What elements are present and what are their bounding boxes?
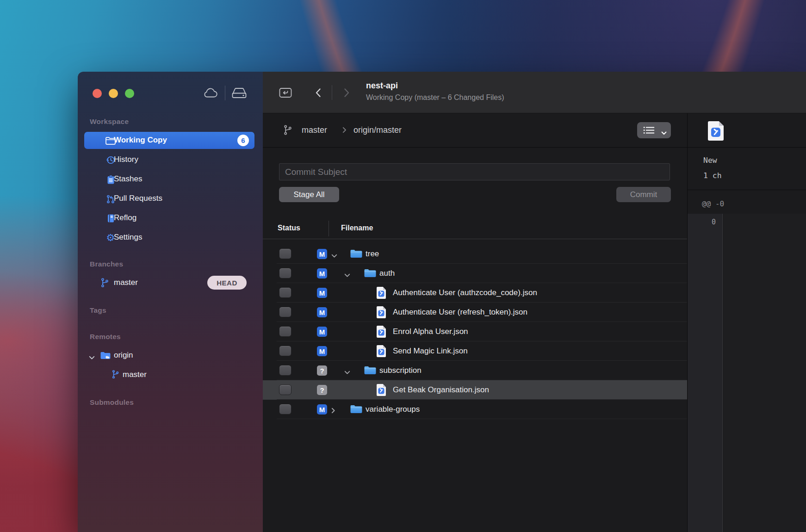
status-badge-modified: M bbox=[317, 404, 327, 414]
json-file-icon bbox=[708, 121, 724, 141]
folder-row[interactable]: Mauth bbox=[263, 264, 687, 283]
commit-button[interactable]: Commit bbox=[616, 187, 671, 202]
sidebar-item-pull-requests[interactable]: Pull Requests bbox=[84, 190, 254, 207]
title-bar: nest-api Working Copy (master – 6 Change… bbox=[263, 72, 806, 113]
diff-file-status: New bbox=[703, 156, 717, 165]
file-name: Authenticate User (authzcode_code).json bbox=[393, 283, 537, 303]
sidebar-item-settings[interactable]: ⚙Settings bbox=[84, 229, 254, 246]
expand-chevron-down-icon[interactable] bbox=[331, 252, 337, 260]
folder-name: subscription bbox=[379, 361, 422, 380]
head-badge: HEAD bbox=[207, 276, 247, 290]
folder-row[interactable]: Mvariable-groups bbox=[263, 400, 687, 419]
stage-checkbox[interactable] bbox=[279, 248, 291, 259]
sidebar-toggle-button[interactable] bbox=[279, 87, 292, 100]
file-row[interactable]: MSend Magic Link.json bbox=[263, 341, 687, 361]
branch-name: master bbox=[114, 278, 138, 287]
view-mode-button[interactable] bbox=[637, 122, 671, 138]
status-column-header[interactable]: Status bbox=[278, 224, 300, 232]
file-name: Enrol Alpha User.json bbox=[393, 322, 468, 341]
folder-row[interactable]: Mtree bbox=[263, 244, 687, 264]
folder-row[interactable]: ?subscription bbox=[263, 361, 687, 380]
json-file-icon bbox=[377, 345, 386, 357]
file-row[interactable]: MAuthenticate User (refresh_token).json bbox=[263, 303, 687, 322]
workspace-header: Workspace bbox=[90, 118, 129, 126]
remote-name: origin bbox=[114, 351, 133, 360]
minimize-button[interactable] bbox=[109, 89, 118, 98]
remotes-header: Remotes bbox=[90, 333, 121, 341]
section-divider bbox=[263, 147, 806, 148]
sidebar-item-working-copy[interactable]: Working Copy6 bbox=[84, 132, 254, 149]
folder-icon bbox=[364, 268, 377, 280]
sidebar: Workspace Working Copy6HistoryStashesPul… bbox=[78, 72, 263, 532]
commit-subject-input[interactable] bbox=[279, 163, 670, 180]
sidebar-item-history[interactable]: History bbox=[84, 151, 254, 168]
tags-header: Tags bbox=[90, 306, 106, 315]
status-badge-modified: M bbox=[317, 346, 327, 356]
status-badge-modified: M bbox=[317, 307, 327, 317]
forward-button[interactable] bbox=[344, 88, 350, 99]
zoom-button[interactable] bbox=[125, 89, 134, 98]
chevron-down-icon[interactable] bbox=[89, 353, 95, 362]
current-branch[interactable]: master bbox=[302, 125, 327, 135]
stage-checkbox[interactable] bbox=[279, 384, 291, 395]
sidebar-item-branch-master[interactable]: master HEAD bbox=[84, 274, 254, 291]
status-badge-modified: M bbox=[317, 249, 327, 259]
json-file-icon bbox=[377, 306, 386, 318]
stage-checkbox[interactable] bbox=[279, 268, 291, 278]
file-name: Send Magic Link.json bbox=[393, 341, 468, 361]
json-file-icon bbox=[377, 384, 386, 396]
changed-count-badge: 6 bbox=[237, 135, 249, 146]
stage-all-button[interactable]: Stage All bbox=[279, 187, 339, 202]
file-row[interactable]: MAuthenticate User (authzcode_code).json bbox=[263, 283, 687, 303]
expand-chevron-right-icon[interactable] bbox=[331, 407, 335, 415]
stage-checkbox[interactable] bbox=[279, 287, 291, 298]
diff-gutter: 0 bbox=[688, 214, 723, 532]
filename-column-header[interactable]: Filename bbox=[341, 224, 373, 232]
status-badge-untracked: ? bbox=[317, 385, 327, 395]
stage-checkbox[interactable] bbox=[279, 307, 291, 317]
file-name: Authenticate User (refresh_token).json bbox=[393, 303, 527, 322]
back-button[interactable] bbox=[315, 88, 321, 99]
folder-name: variable-groups bbox=[366, 400, 420, 419]
column-divider bbox=[329, 221, 329, 236]
close-button[interactable] bbox=[93, 89, 102, 98]
stage-checkbox[interactable] bbox=[279, 404, 291, 414]
folder-icon bbox=[350, 249, 363, 260]
sidebar-item-label: Pull Requests bbox=[114, 194, 162, 203]
diff-divider bbox=[688, 190, 806, 190]
remote-branch-name: master bbox=[123, 370, 147, 379]
sidebar-item-stashes[interactable]: Stashes bbox=[84, 171, 254, 188]
stage-checkbox[interactable] bbox=[279, 326, 291, 337]
sidebar-item-reflog[interactable]: Reflog bbox=[84, 210, 254, 227]
diff-hunk-header: @@ -0 bbox=[702, 199, 724, 208]
branch-icon bbox=[283, 124, 292, 137]
stage-checkbox[interactable] bbox=[279, 346, 291, 356]
cloud-icon[interactable] bbox=[203, 87, 218, 100]
file-row[interactable]: ?Get Beak Organisation.json bbox=[263, 380, 687, 400]
stage-checkbox[interactable] bbox=[279, 365, 291, 376]
folder-icon bbox=[350, 404, 363, 416]
main-content: nest-api Working Copy (master – 6 Change… bbox=[263, 72, 806, 532]
status-badge-modified: M bbox=[317, 327, 327, 337]
status-badge-modified: M bbox=[317, 268, 327, 278]
upstream-branch[interactable]: origin/master bbox=[353, 125, 402, 135]
desktop: Workspace Working Copy6HistoryStashesPul… bbox=[0, 0, 806, 532]
folder-name: auth bbox=[379, 264, 395, 283]
nav-divider bbox=[332, 85, 332, 100]
file-row[interactable]: MEnrol Alpha User.json bbox=[263, 322, 687, 341]
sidebar-item-label: Settings bbox=[114, 233, 142, 242]
sidebar-item-remote-branch-master[interactable]: master bbox=[84, 366, 254, 384]
submodules-header: Submodules bbox=[90, 398, 134, 407]
sidebar-item-label: History bbox=[114, 155, 138, 164]
expand-chevron-down-icon[interactable] bbox=[344, 368, 350, 377]
json-file-icon bbox=[377, 287, 386, 299]
diff-content-area bbox=[723, 214, 806, 532]
folder-icon bbox=[364, 365, 377, 377]
json-file-icon bbox=[377, 326, 386, 338]
repo-subtitle: Working Copy (master – 6 Changed Files) bbox=[366, 93, 504, 102]
drive-icon[interactable] bbox=[231, 87, 248, 101]
sidebar-item-remote-origin[interactable]: origin bbox=[84, 347, 254, 364]
expand-chevron-down-icon[interactable] bbox=[344, 271, 350, 279]
folder-name: tree bbox=[366, 244, 379, 264]
chevron-down-icon bbox=[661, 129, 667, 137]
